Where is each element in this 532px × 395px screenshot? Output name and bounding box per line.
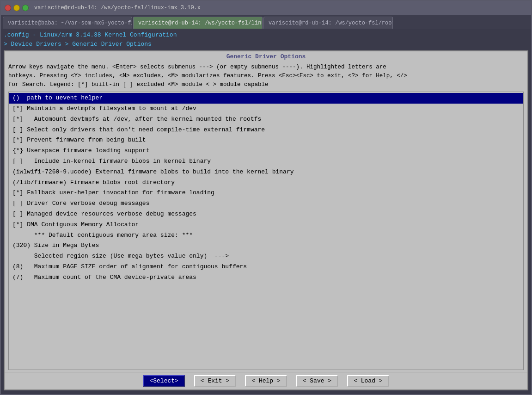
menu-item[interactable]: (/lib/firmware) Firmware blobs root dire…	[9, 178, 523, 188]
maximize-button[interactable]	[22, 5, 29, 11]
menu-item[interactable]: [*] Maintain a devtmpfs filesystem to mo…	[9, 104, 523, 114]
menuconfig-container: .config - Linux/arm 3.14.38 Kernel Confi…	[1, 29, 531, 394]
breadcrumb-line1: .config - Linux/arm 3.14.38 Kernel Confi…	[4, 31, 528, 40]
tab-2-label: variscite@rd-ub-14: /ws/yocto-fsl/linux-…	[138, 20, 263, 26]
menu-item[interactable]: (8) Maximum PAGE_SIZE order of alignment…	[9, 262, 523, 272]
save-button[interactable]: < Save >	[296, 375, 338, 387]
menu-list[interactable]: () path to uevent helper[*] Maintain a d…	[8, 92, 524, 370]
breadcrumb-line2: > Device Drivers > Generic Driver Option…	[4, 40, 528, 49]
tab-3[interactable]: variscite@rd-ub-14: /ws/yocto-fsl/rootfs…	[263, 17, 393, 29]
help-line3: for Search. Legend: [*] built-in [ ] exc…	[8, 80, 524, 89]
minimize-button[interactable]	[13, 5, 20, 11]
tab-3-label: variscite@rd-ub-14: /ws/yocto-fsl/rootfs	[269, 20, 393, 26]
title-bar: variscite@rd-ub-14: /ws/yocto-fsl/linux-…	[1, 1, 531, 15]
config-title: Generic Driver Options	[5, 51, 527, 62]
menu-item[interactable]: (7) Maximum count of the CMA device-priv…	[9, 272, 523, 283]
menu-item[interactable]: Selected region size (Use mega bytes val…	[9, 251, 523, 262]
exit-button[interactable]: < Exit >	[194, 375, 236, 387]
menu-item[interactable]: [ ] Managed device resources verbose deb…	[9, 209, 523, 220]
help-button[interactable]: < Help >	[245, 375, 287, 387]
window-title: variscite@rd-ub-14: /ws/yocto-fsl/linux-…	[34, 5, 201, 11]
menu-item[interactable]: *** Default contiguous memory area size:…	[9, 230, 523, 241]
menu-item[interactable]: [ ] Include in-kernel firmware blobs in …	[9, 156, 523, 167]
terminal-window: variscite@rd-ub-14: /ws/yocto-fsl/linux-…	[0, 0, 532, 395]
terminal-content: .config - Linux/arm 3.14.38 Kernel Confi…	[1, 29, 531, 394]
menu-item[interactable]: () path to uevent helper	[9, 93, 523, 104]
menu-item[interactable]: [ ] Select only drivers that don't need …	[9, 125, 523, 136]
select-button[interactable]: <Select>	[143, 375, 184, 387]
help-line1: Arrow keys navigate the menu. <Enter> se…	[8, 63, 524, 72]
window-controls	[5, 5, 29, 11]
config-box: Generic Driver Options Arrow keys naviga…	[4, 50, 528, 390]
menu-item[interactable]: {*} Userspace firmware loading support	[9, 146, 523, 156]
close-button[interactable]	[5, 5, 11, 11]
tab-1-label: variscite@baba: ~/var-som-mx6-yocto-fido…	[8, 20, 132, 26]
menu-item[interactable]: (320) Size in Mega Bytes	[9, 241, 523, 251]
menu-item[interactable]: [*] Automount devtmpfs at /dev, after th…	[9, 114, 523, 125]
help-text: Arrow keys navigate the menu. <Enter> se…	[5, 62, 527, 90]
menu-item[interactable]: [ ] Driver Core verbose debug messages	[9, 198, 523, 209]
tab-bar: variscite@baba: ~/var-som-mx6-yocto-fido…	[1, 15, 531, 29]
menu-item[interactable]: [*] Prevent firmware from being built	[9, 135, 523, 146]
tab-1[interactable]: variscite@baba: ~/var-som-mx6-yocto-fido…	[3, 17, 132, 29]
menu-item[interactable]: (iwlwifi-7260-9.ucode) External firmware…	[9, 167, 523, 178]
bottom-bar: <Select>< Exit >< Help >< Save >< Load >	[5, 372, 527, 389]
help-line2: hotkeys. Pressing <Y> includes, <N> excl…	[8, 72, 524, 80]
menu-item[interactable]: [*] Fallback user-helper invocation for …	[9, 188, 523, 198]
menu-item[interactable]: [*] DMA Contiguous Memory Allocator	[9, 220, 523, 230]
tab-2[interactable]: variscite@rd-ub-14: /ws/yocto-fsl/linux-…	[133, 17, 263, 29]
load-button[interactable]: < Load >	[347, 375, 389, 387]
